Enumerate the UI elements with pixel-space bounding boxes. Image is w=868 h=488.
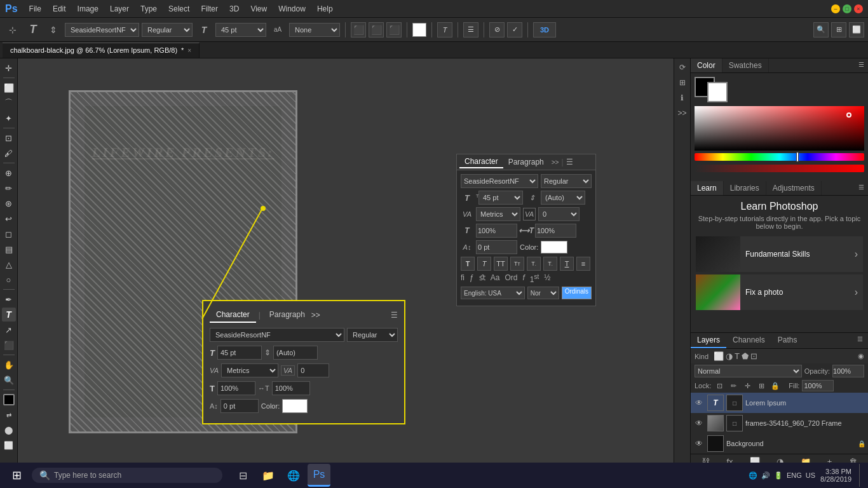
text-color-swatch[interactable]: [412, 23, 426, 37]
clone-tool[interactable]: ⊛: [2, 196, 16, 210]
healing-tool[interactable]: ⊕: [2, 166, 16, 180]
paragraph-tab[interactable]: Paragraph: [503, 156, 549, 168]
zoom-character-tab[interactable]: Character: [210, 308, 256, 323]
lock-position-button[interactable]: ✛: [742, 380, 753, 391]
minimize-button[interactable]: –: [831, 4, 840, 13]
alpha-slider[interactable]: [695, 165, 864, 172]
char-tracking-select[interactable]: 0: [538, 207, 580, 221]
foreground-color[interactable]: [3, 394, 15, 405]
menu-view[interactable]: View: [245, 3, 272, 15]
liga-frac-icon[interactable]: ½: [544, 273, 550, 284]
artboard-icon[interactable]: ⊞: [676, 76, 689, 89]
pen-tool[interactable]: ✒: [2, 292, 16, 306]
dodge-tool[interactable]: ○: [2, 273, 16, 287]
menu-help[interactable]: Help: [312, 3, 338, 15]
zoom-paragraph-tab[interactable]: Paragraph: [263, 308, 311, 323]
learn-tab[interactable]: Learn: [691, 181, 724, 195]
document-tab[interactable]: chalkboard-black.jpg @ 66.7% (Lorem Ipsu…: [3, 43, 200, 58]
screen-mode-toggle[interactable]: ⬜: [2, 438, 16, 452]
swap-colors-icon[interactable]: ⇄: [2, 408, 16, 422]
start-button[interactable]: ⊞: [5, 464, 28, 487]
color-spectrum[interactable]: [695, 106, 864, 151]
wand-tool[interactable]: ✦: [2, 111, 16, 125]
file-explorer-button[interactable]: 📁: [257, 464, 280, 487]
adjustments-tab[interactable]: Adjustments: [766, 181, 822, 195]
volume-icon[interactable]: 🔊: [761, 471, 770, 480]
menu-file[interactable]: File: [24, 3, 46, 15]
paths-tab[interactable]: Paths: [771, 333, 804, 348]
hand-tool[interactable]: ✋: [2, 358, 16, 372]
tab-close-button[interactable]: ×: [187, 47, 191, 54]
info-icon[interactable]: ℹ: [676, 92, 689, 104]
eraser-tool[interactable]: ◻: [2, 227, 16, 241]
underline-button[interactable]: T: [560, 257, 574, 271]
workspace-button[interactable]: ⊞: [831, 22, 846, 37]
liga-st-icon[interactable]: ﬆ: [479, 273, 485, 284]
layer-visibility-frames[interactable]: 👁: [693, 417, 705, 429]
bold-button[interactable]: T: [461, 257, 475, 271]
learn-card-fundamental[interactable]: Fundamental Skills ›: [696, 236, 863, 272]
menu-3d[interactable]: 3D: [224, 3, 244, 15]
lasso-tool[interactable]: ⌒: [2, 96, 16, 110]
layers-menu-button[interactable]: ☰: [852, 333, 868, 348]
text-tool[interactable]: T: [2, 308, 16, 322]
filter-adjust-icon[interactable]: ◑: [726, 351, 733, 361]
vertical-scale-input[interactable]: [476, 224, 517, 238]
filter-type-icon[interactable]: T: [735, 351, 740, 361]
panel-more-icon[interactable]: >>: [552, 159, 559, 166]
hue-slider[interactable]: [695, 153, 864, 161]
menu-type[interactable]: Type: [135, 3, 162, 15]
maximize-button[interactable]: □: [843, 4, 851, 13]
marquee-tool[interactable]: ⬜: [2, 81, 16, 95]
layer-frames[interactable]: 👁 □ frames-35416_960_720 Frame: [691, 413, 868, 433]
zoom-style-select[interactable]: Regular: [347, 328, 398, 342]
layers-tab[interactable]: Layers: [691, 333, 726, 348]
canvas-area[interactable]: LIFEWIRE PRESENTS: Character Paragraph >…: [18, 58, 690, 469]
align-right-button[interactable]: ⬛: [386, 22, 402, 37]
font-size-select[interactable]: 45 pt: [215, 23, 266, 37]
menu-select[interactable]: Select: [163, 3, 194, 15]
screen-mode-button[interactable]: ⬜: [849, 22, 864, 37]
quick-mask-button[interactable]: ⬤: [2, 423, 16, 437]
font-family-select[interactable]: SeasideResortNF: [65, 23, 139, 37]
filter-smart-icon[interactable]: ⊡: [750, 351, 757, 361]
color-panel-tab[interactable]: Color: [691, 58, 722, 72]
panel-menu-icon[interactable]: ☰: [566, 158, 573, 166]
background-swatch[interactable]: [707, 82, 728, 102]
swatches-panel-tab[interactable]: Swatches: [722, 58, 769, 72]
learn-panel-menu[interactable]: ☰: [855, 181, 868, 195]
antialiasing-select[interactable]: None: [289, 23, 340, 37]
layer-background[interactable]: 👁 Background 🔒: [691, 433, 868, 454]
opacity-input[interactable]: [832, 365, 864, 377]
blur-tool[interactable]: △: [2, 257, 16, 271]
font-style-select[interactable]: Regular: [142, 23, 193, 37]
liga-aa-icon[interactable]: Aa: [491, 273, 500, 284]
commit-edits-button[interactable]: ✓: [507, 22, 522, 37]
photoshop-taskbar-button[interactable]: Ps: [308, 464, 330, 487]
zoom-kerning-select[interactable]: Metrics: [221, 363, 278, 377]
menu-filter[interactable]: Filter: [196, 3, 223, 15]
fill-input[interactable]: [802, 380, 834, 391]
network-icon[interactable]: 🌐: [749, 471, 757, 480]
search-button[interactable]: 🔍: [813, 22, 829, 37]
close-button[interactable]: ×: [854, 4, 863, 13]
filter-toggle-switch[interactable]: ◉: [858, 352, 864, 360]
liga-italic-icon[interactable]: f: [522, 273, 524, 284]
italic-button[interactable]: T: [477, 257, 491, 271]
learn-card-fixphoto[interactable]: Fix a photo ›: [696, 274, 863, 310]
shape-tool[interactable]: ⬛: [2, 338, 16, 352]
move-tool[interactable]: ✛: [2, 61, 16, 75]
all-caps-button[interactable]: TT: [494, 257, 508, 271]
char-font-size-select[interactable]: 45 pt: [478, 191, 523, 205]
liga-loop-icon[interactable]: ƒ: [470, 273, 474, 284]
liga-ord-icon[interactable]: Ord: [505, 273, 517, 284]
align-center-button[interactable]: ⬛: [369, 22, 384, 37]
zoom-leading-input[interactable]: [273, 346, 318, 360]
layer-lorem-ipsum[interactable]: 👁 T □ Lorem Ipsum: [691, 393, 868, 413]
superscript-button[interactable]: T.: [527, 257, 541, 271]
zoom-more-arrow[interactable]: >>: [311, 311, 320, 320]
warp-text-button[interactable]: T: [437, 22, 452, 37]
browser-button[interactable]: 🌐: [282, 464, 305, 487]
zoom-tool[interactable]: 🔍: [2, 373, 16, 387]
zoom-tracking-input[interactable]: [297, 363, 329, 377]
